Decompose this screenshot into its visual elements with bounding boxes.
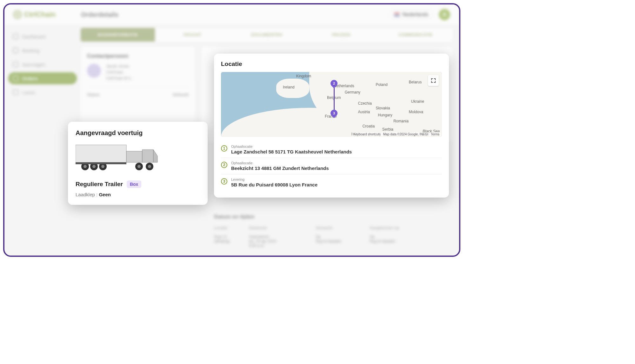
map-label: Ireland — [283, 85, 295, 89]
sidebar-item-lanes[interactable]: Lanes — [8, 86, 77, 98]
tab-communicatie[interactable]: COMMUNICATIE — [378, 28, 453, 42]
map-label: Czechia — [358, 101, 372, 106]
cell: Geboekendwo, 10 apr 20248:00 a.m. — [249, 235, 306, 248]
stop-address: Lage Zandschel 58 5171 TG Kaatsheuvel Ne… — [231, 149, 352, 154]
stop-item: 2 Ophaallocatie Beekzicht 13 4881 GM Zun… — [221, 158, 442, 174]
map-label: Moldova — [409, 110, 423, 114]
logo-icon — [13, 10, 22, 19]
sidebar-item-aanvragen[interactable]: Aanvragen — [8, 58, 77, 70]
vehicle-name: Reguliere Trailer — [76, 181, 123, 188]
dates-section: Datum en tijden Locatie Gewenste Verwach… — [214, 207, 443, 250]
status-row: Status Voltooid — [87, 87, 189, 97]
orders-icon — [13, 75, 18, 81]
map-label: Serbia — [382, 127, 393, 132]
map-label: Germany — [345, 90, 360, 94]
lanes-icon — [13, 89, 18, 95]
map-label: Ukraine — [411, 99, 424, 104]
contact-title: Contactpersoon — [87, 53, 189, 59]
svg-rect-2 — [142, 150, 153, 162]
sidebar-item-label: Aanvragen — [22, 62, 45, 67]
vehicle-popover: Aangevraagd voertuig Reguliere Trailer B… — [68, 122, 208, 205]
booking-icon — [13, 48, 18, 53]
stop-number-icon: 1 — [221, 145, 227, 152]
topbar-right: Nederlands A — [389, 9, 450, 20]
tab-documenten[interactable]: DOCUMENTEN — [230, 28, 304, 42]
stop-address: 5B Rue du Puisard 69008 Lyon France — [231, 182, 318, 187]
svg-rect-1 — [126, 151, 142, 162]
vehicle-detail-label: Laadklep : — [76, 192, 99, 197]
cell: OpNog te bepalen — [316, 235, 360, 248]
dates-title: Datum en tijden — [214, 214, 443, 220]
stop-info: Ophaallocatie Beekzicht 13 4881 GM Zunde… — [231, 161, 329, 171]
sidebar-item-boeking[interactable]: Boeking — [8, 44, 77, 56]
cell: OpNog te bepalen — [370, 235, 414, 248]
sidebar-item-label: Dashboard — [22, 34, 45, 39]
col-verwacht: Verwacht — [316, 226, 360, 230]
map-pin-3[interactable]: 3 — [331, 110, 338, 119]
stop-number-icon: 3 — [221, 178, 227, 185]
contact-lines: Jacob Jones CtrlChain CtrlChain B.V. — [106, 64, 132, 82]
location-popover: Locatie Ireland Kingdom Netherlands Belg… — [214, 54, 449, 198]
vehicle-detail-value: Geen — [99, 192, 111, 197]
svg-point-9 — [101, 165, 104, 168]
stop-item: 3 Levering 5B Rue du Puisard 69008 Lyon … — [221, 174, 442, 191]
map-label: Austria — [358, 110, 370, 114]
stop-type: Ophaallocatie — [231, 145, 352, 148]
map-label: Kingdom — [296, 74, 311, 78]
stop-number-icon: 2 — [221, 162, 227, 168]
language-selector[interactable]: Nederlands — [389, 10, 433, 20]
app-frame: CtrlChain Orderdetails Nederlands A Dash… — [3, 3, 460, 257]
map-attribution: Keyboard shortcuts Map data ©2024 Google… — [352, 132, 441, 136]
fullscreen-icon — [431, 78, 436, 83]
stop-info: Levering 5B Rue du Puisard 69008 Lyon Fr… — [231, 178, 318, 187]
sidebar-item-label: Lanes — [22, 90, 35, 95]
stop-info: Ophaallocatie Lage Zandschel 58 5171 TG … — [231, 145, 352, 154]
stop-address: Beekzicht 13 4881 GM Zundert Netherlands — [231, 166, 329, 171]
dashboard-icon — [13, 34, 18, 39]
stop-item: 1 Ophaallocatie Lage Zandschel 58 5171 T… — [221, 141, 442, 158]
map[interactable]: Ireland Kingdom Netherlands Belgium Germ… — [221, 72, 442, 137]
sidebar-item-label: Boeking — [22, 48, 39, 53]
tab-basisinformatie[interactable]: BASISINFORMATIE — [81, 28, 155, 42]
contact-name: Jacob Jones — [106, 64, 132, 68]
svg-rect-14 — [76, 162, 126, 164]
map-label: Slovakia — [376, 106, 390, 110]
stop-type: Levering — [231, 178, 318, 181]
map-pin-2[interactable]: 2 — [331, 80, 338, 89]
map-label: Hungary — [378, 113, 392, 117]
vehicle-name-row: Reguliere Trailer Box — [76, 180, 200, 188]
topbar: CtrlChain Orderdetails Nederlands A — [4, 4, 459, 25]
sidebar-item-dashboard[interactable]: Dashboard — [8, 30, 77, 42]
svg-point-7 — [92, 165, 96, 168]
page-title: Orderdetails — [81, 11, 118, 18]
brand-name: CtrlChain — [24, 10, 56, 19]
truck-icon — [76, 142, 158, 173]
svg-marker-3 — [153, 150, 157, 162]
map-label: Croatia — [362, 124, 375, 128]
sidebar-item-label: Orders — [22, 76, 38, 81]
map-shortcuts[interactable]: Keyboard shortcuts — [353, 133, 381, 136]
user-avatar[interactable]: A — [439, 9, 450, 20]
col-gewenste: Gewenste — [249, 226, 306, 230]
status-value: Voltooid — [172, 92, 189, 97]
tab-prijzen[interactable]: PRIJZEN — [304, 28, 378, 42]
map-terms[interactable]: Terms — [431, 133, 439, 136]
vehicle-detail: Laadklep : Geen — [76, 192, 200, 197]
contact-avatar-icon — [87, 64, 101, 78]
logo[interactable]: CtrlChain — [13, 10, 56, 19]
fullscreen-button[interactable] — [428, 75, 439, 86]
svg-point-5 — [84, 165, 87, 168]
map-label: Belarus — [409, 80, 422, 84]
contact-body: Jacob Jones CtrlChain CtrlChain B.V. — [87, 64, 189, 82]
svg-point-11 — [137, 165, 141, 168]
svg-rect-0 — [76, 145, 126, 162]
contact-company: CtrlChain — [106, 70, 132, 75]
cell: Stop #1(afhaling) — [214, 235, 239, 248]
map-label: Romania — [393, 119, 409, 123]
stop-type: Ophaallocatie — [231, 161, 329, 165]
tab-vracht[interactable]: VRACHT — [155, 28, 229, 42]
sidebar-item-orders[interactable]: Orders — [8, 72, 77, 84]
stops-list: 1 Ophaallocatie Lage Zandschel 58 5171 T… — [221, 141, 442, 191]
table-row: Stop #1(afhaling) Geboekendwo, 10 apr 20… — [214, 233, 443, 250]
col-aangekomen: Aangekomen op — [370, 226, 414, 230]
